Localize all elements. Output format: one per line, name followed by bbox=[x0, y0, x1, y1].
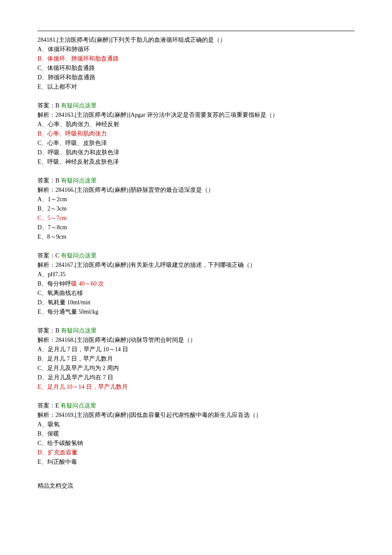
analysis-line: 解析：284163.[主治医师考试(麻醉)]Apgar 评分法中决定是否需要复苏… bbox=[37, 110, 355, 120]
question-option: C、给予碳酸氢钠 bbox=[37, 439, 355, 448]
question-option: A、心率、肌肉张力、神经反射 bbox=[37, 120, 355, 129]
question-option: D、7～8cm bbox=[37, 223, 355, 232]
option-prefix: B、每分钟呼 bbox=[37, 280, 71, 287]
doubt-link[interactable]: 有疑问点这里 bbox=[61, 102, 97, 109]
question-option: A、吸氧 bbox=[37, 420, 355, 429]
blank-line bbox=[37, 92, 355, 101]
question-option: D、扩充血容量 bbox=[37, 448, 355, 457]
answer-line: 答案：B 有疑问点这里 bbox=[37, 101, 355, 110]
question-option: D、足月儿及早产儿均在 7 日 bbox=[37, 373, 355, 382]
analysis-line: 解析：284166.[主治医师考试(麻醉)]脐静脉置管的最合适深度是（） bbox=[37, 185, 355, 195]
question-option: C、足月儿及早产儿均为 2 周内 bbox=[37, 364, 355, 373]
answer-label: 答案：E bbox=[37, 402, 61, 409]
question-option: C、体循环和胎盘通路 bbox=[37, 64, 355, 73]
question-option: D、氧耗量 10ml/min bbox=[37, 298, 355, 307]
question-option: C、氧离曲线右移 bbox=[37, 289, 355, 298]
answer-label: 答案：C bbox=[37, 252, 61, 259]
footer-text: 精品文档交流 bbox=[37, 482, 355, 490]
question-option: A、pH7.35 bbox=[37, 270, 355, 279]
blank-line bbox=[37, 242, 355, 251]
blank-line bbox=[37, 317, 355, 326]
doubt-link[interactable]: 有疑问点这里 bbox=[61, 252, 97, 259]
question-option: C、心率、呼吸、皮肤色泽 bbox=[37, 139, 355, 148]
question-option: B、心率、呼吸和肌肉张力 bbox=[37, 129, 355, 139]
question-option: B、保暖 bbox=[37, 429, 355, 439]
answer-line: 答案：B 有疑问点这里 bbox=[37, 176, 355, 185]
content-area: 284181.[主治医师考试(麻醉)]下列关于胎儿的血液循环组成正确的是（）A、… bbox=[37, 35, 355, 476]
question-option: E、纠正酸中毒 bbox=[37, 457, 355, 467]
question-option: A、足月儿 7 日，早产儿 10～14 日 bbox=[37, 345, 355, 354]
question-stem: 284181.[主治医师考试(麻醉)]下列关于胎儿的血液循环组成正确的是（） bbox=[37, 35, 355, 45]
question-option: D、呼吸、肌肉张力和皮肤色泽 bbox=[37, 148, 355, 157]
doubt-link[interactable]: 有疑问点这里 bbox=[61, 177, 97, 184]
question-option: E、足月儿 10～14 日，早产儿数月 bbox=[37, 382, 355, 392]
question-option: A、1～2cm bbox=[37, 195, 355, 204]
question-option: E、8～9cm bbox=[37, 232, 355, 242]
answer-line: 答案：C 有疑问点这里 bbox=[37, 251, 355, 260]
answer-label: 答案：B bbox=[37, 327, 61, 334]
question-option: D、肺循环和胎盘通路 bbox=[37, 73, 355, 82]
doubt-link[interactable]: 有疑问点这里 bbox=[61, 402, 96, 409]
question-option: E、以上都不对 bbox=[37, 82, 355, 92]
option-highlight: 吸 40～60 次 bbox=[71, 280, 104, 287]
question-option: B、每分钟呼吸 40～60 次 bbox=[37, 279, 355, 289]
analysis-line: 解析：284168.[主治医师考试(麻醉)]动脉导管闭合时间是（） bbox=[37, 335, 355, 345]
question-option: E、每分通气量 50ml/kg bbox=[37, 307, 355, 317]
question-option: E、呼吸、神经反射及皮肤色泽 bbox=[37, 157, 355, 167]
document-page: 284181.[主治医师考试(麻醉)]下列关于胎儿的血液循环组成正确的是（）A、… bbox=[0, 0, 392, 513]
doubt-link[interactable]: 有疑问点这里 bbox=[61, 327, 97, 334]
answer-line: 答案：E 有疑问点这里 bbox=[37, 401, 355, 410]
answer-label: 答案：B bbox=[37, 102, 61, 109]
top-rule bbox=[37, 31, 355, 31]
question-option: B、体循环、肺循环和胎盘通路 bbox=[37, 54, 355, 64]
blank-line bbox=[37, 467, 355, 476]
analysis-line: 解析：284167.[主治医师考试(麻醉)]有关新生儿呼吸建立的描述，下列哪项正… bbox=[37, 260, 355, 270]
question-option: C、5～7cm bbox=[37, 214, 355, 223]
question-option: B、2～3cm bbox=[37, 204, 355, 214]
question-option: A、体循环和肺循环 bbox=[37, 45, 355, 54]
blank-line bbox=[37, 392, 355, 401]
analysis-line: 解析：284169.[主治医师考试(麻醉)]因低血容量引起代谢性酸中毒的新生儿应… bbox=[37, 410, 355, 420]
answer-line: 答案：B 有疑问点这里 bbox=[37, 326, 355, 335]
question-option: B、足月儿 7 日，早产儿数月 bbox=[37, 354, 355, 364]
answer-label: 答案：B bbox=[37, 177, 61, 184]
blank-line bbox=[37, 167, 355, 176]
